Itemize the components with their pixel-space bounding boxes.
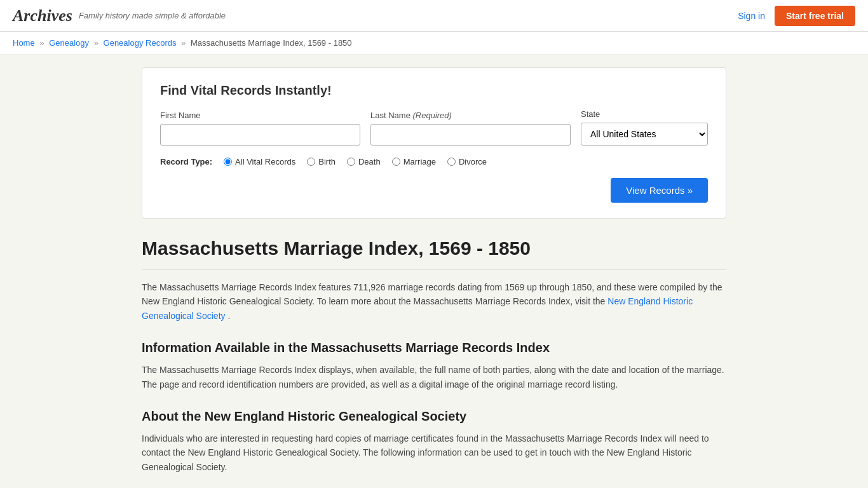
article-body: Massachusetts Marriage Index, 1569 - 185…	[142, 238, 726, 474]
section2-body: Individuals who are interested in reques…	[142, 431, 726, 474]
breadcrumb-genealogy[interactable]: Genealogy	[49, 38, 89, 48]
search-box: Find Vital Records Instantly! First Name…	[142, 67, 726, 219]
search-fields: First Name Last Name (Required) State Al…	[160, 109, 708, 146]
header-left: Archives Family history made simple & af…	[13, 6, 226, 25]
record-type-label: Record Type:	[160, 157, 212, 166]
logo: Archives	[13, 6, 72, 25]
section1-heading: Information Available in the Massachuset…	[142, 341, 726, 355]
last-name-input[interactable]	[370, 124, 571, 146]
breadcrumb-genealogy-records[interactable]: Genealogy Records	[104, 38, 177, 48]
breadcrumb: Home » Genealogy » Genealogy Records » M…	[0, 32, 868, 55]
breadcrumb-current: Massachusetts Marriage Index, 1569 - 185…	[191, 38, 352, 48]
sign-in-link[interactable]: Sign in	[738, 11, 765, 21]
radio-all[interactable]: All Vital Records	[224, 157, 295, 166]
breadcrumb-sep3: »	[181, 38, 186, 48]
record-type-row: Record Type: All Vital Records Birth Dea…	[160, 157, 708, 166]
view-records-button[interactable]: View Records »	[611, 178, 708, 203]
first-name-group: First Name	[160, 111, 360, 146]
view-records-row: View Records »	[160, 178, 708, 203]
breadcrumb-sep1: »	[39, 38, 44, 48]
section2-heading: About the New England Historic Genealogi…	[142, 409, 726, 424]
start-trial-button[interactable]: Start free trial	[775, 6, 855, 26]
header-right: Sign in Start free trial	[738, 6, 855, 26]
breadcrumb-sep2: »	[94, 38, 98, 48]
breadcrumb-home[interactable]: Home	[13, 38, 35, 48]
first-name-label: First Name	[160, 111, 360, 120]
main-content: Find Vital Records Instantly! First Name…	[129, 55, 739, 488]
logo-tagline: Family history made simple & affordable	[79, 11, 226, 20]
first-name-input[interactable]	[160, 124, 360, 146]
radio-birth[interactable]: Birth	[307, 157, 336, 166]
search-title: Find Vital Records Instantly!	[160, 83, 708, 98]
state-select[interactable]: All United States Alabama Alaska Arizona…	[581, 123, 708, 146]
radio-death[interactable]: Death	[347, 157, 381, 166]
last-name-label: Last Name (Required)	[370, 111, 571, 120]
state-label: State	[581, 109, 708, 119]
last-name-group: Last Name (Required)	[370, 111, 571, 146]
section1-body: The Massachusetts Marriage Records Index…	[142, 363, 726, 391]
state-group: State All United States Alabama Alaska A…	[581, 109, 708, 146]
radio-marriage[interactable]: Marriage	[392, 157, 436, 166]
radio-divorce[interactable]: Divorce	[447, 157, 487, 166]
article-title: Massachusetts Marriage Index, 1569 - 185…	[142, 238, 726, 270]
header: Archives Family history made simple & af…	[0, 0, 868, 32]
article-intro: The Massachusetts Marriage Records Index…	[142, 280, 726, 323]
